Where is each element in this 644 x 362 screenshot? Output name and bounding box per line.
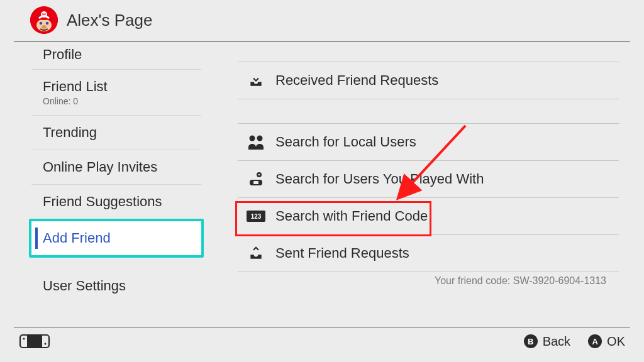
svg-rect-13 bbox=[253, 181, 258, 184]
played-with-icon bbox=[247, 171, 265, 187]
friend-code-icon: 123 bbox=[247, 210, 265, 222]
sidebar-item-label: Friend List bbox=[43, 79, 194, 95]
menu-item-label: Search for Local Users bbox=[275, 134, 416, 150]
page-title: Alex's Page bbox=[67, 11, 153, 30]
menu-item-received-friend-requests[interactable]: Received Friend Requests bbox=[238, 62, 619, 99]
sidebar-item-profile[interactable]: Profile bbox=[31, 44, 201, 69]
svg-rect-18 bbox=[27, 335, 42, 348]
footer-button-label: Back bbox=[543, 334, 570, 349]
svg-point-20 bbox=[45, 343, 47, 345]
sidebar-item-label: Trending bbox=[43, 124, 97, 140]
svg-point-7 bbox=[42, 25, 47, 29]
menu-item-label: Search for Users You Played With bbox=[275, 171, 484, 187]
inbox-download-icon bbox=[247, 72, 265, 89]
sidebar-item-label: Profile bbox=[43, 47, 82, 62]
sidebar-item-friend-list[interactable]: Friend List Online: 0 bbox=[31, 70, 201, 115]
b-button-icon: B bbox=[524, 334, 538, 348]
back-button[interactable]: BBack bbox=[524, 334, 570, 349]
menu-item-search-users-played-with[interactable]: Search for Users You Played With bbox=[238, 161, 619, 197]
sidebar-item-add-friend[interactable]: Add Friend bbox=[29, 219, 204, 258]
sidebar-item-label: Add Friend bbox=[43, 230, 111, 246]
divider bbox=[238, 272, 619, 272]
sidebar-item-trending[interactable]: Trending bbox=[31, 116, 201, 150]
menu-item-label: Sent Friend Requests bbox=[275, 245, 409, 261]
svg-point-9 bbox=[257, 136, 263, 141]
svg-point-6 bbox=[46, 22, 49, 25]
menu-item-sent-friend-requests[interactable]: Sent Friend Requests bbox=[238, 235, 619, 272]
divider bbox=[14, 41, 630, 42]
sidebar-item-sublabel: Online: 0 bbox=[43, 96, 194, 106]
friend-code-label: Your friend code: SW-3920-6904-1313 bbox=[435, 275, 606, 287]
sidebar: Profile Friend List Online: 0 Trending O… bbox=[31, 44, 201, 303]
svg-point-5 bbox=[40, 22, 43, 25]
sidebar-item-label: User Settings bbox=[43, 278, 126, 293]
sidebar-item-label: Online Play Invites bbox=[43, 159, 157, 175]
svg-point-11 bbox=[258, 174, 260, 176]
local-users-icon bbox=[247, 134, 265, 150]
outbox-upload-icon bbox=[247, 245, 265, 261]
sidebar-item-user-settings[interactable]: User Settings bbox=[31, 269, 201, 303]
menu-item-label: Search with Friend Code bbox=[275, 208, 428, 224]
sidebar-item-friend-suggestions[interactable]: Friend Suggestions bbox=[31, 185, 201, 219]
avatar: M bbox=[30, 6, 58, 34]
svg-text:123: 123 bbox=[251, 213, 262, 220]
footer-button-label: OK bbox=[607, 334, 625, 349]
sidebar-item-online-play-invites[interactable]: Online Play Invites bbox=[31, 150, 201, 184]
main-panel: Received Friend Requests Search for Loca… bbox=[238, 62, 619, 272]
svg-point-19 bbox=[23, 338, 25, 340]
ok-button[interactable]: AOK bbox=[588, 334, 625, 349]
menu-item-search-friend-code[interactable]: 123 Search with Friend Code bbox=[238, 198, 619, 234]
controller-icon bbox=[19, 333, 50, 349]
menu-item-label: Received Friend Requests bbox=[275, 72, 438, 89]
sidebar-item-label: Friend Suggestions bbox=[43, 194, 162, 209]
menu-item-search-local-users[interactable]: Search for Local Users bbox=[238, 124, 619, 160]
a-button-icon: A bbox=[588, 334, 602, 348]
svg-point-8 bbox=[250, 136, 255, 141]
divider bbox=[14, 327, 630, 327]
